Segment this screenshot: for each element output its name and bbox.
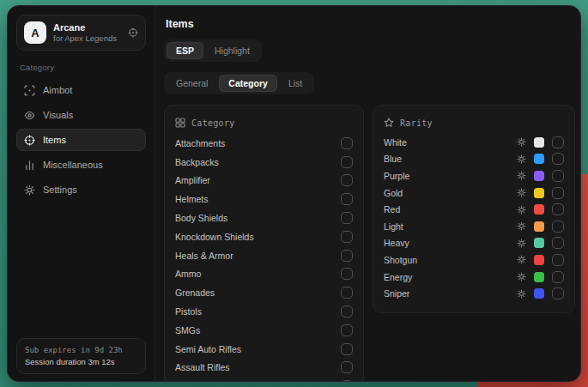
sidebar-item-visuals[interactable]: Visuals xyxy=(16,104,146,126)
category-row-label: Pistols xyxy=(175,306,341,317)
color-swatch[interactable] xyxy=(534,288,544,299)
rarity-checkbox[interactable] xyxy=(552,221,564,233)
rarity-checkbox[interactable] xyxy=(552,271,564,283)
category-checkbox[interactable] xyxy=(341,212,353,224)
gear-icon[interactable] xyxy=(517,221,526,231)
app-name: Arcane xyxy=(53,22,121,33)
sidebar-item-settings[interactable]: Settings xyxy=(16,178,146,201)
color-swatch[interactable] xyxy=(534,204,544,215)
category-list: Attachments Backpacks Amplifier Helmets … xyxy=(175,134,353,382)
rarity-row: Sniper xyxy=(384,285,564,302)
rarity-row: Gold xyxy=(384,184,564,202)
rarity-row: Red xyxy=(384,201,564,218)
category-row: Knockdown Shields xyxy=(175,227,353,246)
rarity-checkbox[interactable] xyxy=(552,237,564,249)
rarity-panel-header: Rarity xyxy=(384,113,564,132)
category-row: Pistols xyxy=(175,302,353,321)
category-row: Heals & Armor xyxy=(175,246,353,265)
sidebar-item-label: Items xyxy=(43,135,66,145)
star-icon xyxy=(384,118,394,128)
gear-icon[interactable] xyxy=(517,239,526,248)
sidebar-item-miscellaneous[interactable]: Miscellaneous xyxy=(16,154,146,176)
gear-icon[interactable] xyxy=(517,272,526,281)
tab-highlight[interactable]: Highlight xyxy=(205,42,259,59)
sidebar-item-label: Visuals xyxy=(43,110,73,120)
category-checkbox[interactable] xyxy=(341,343,353,355)
tab-list[interactable]: List xyxy=(279,75,312,92)
sidebar-item-aimbot[interactable]: Aimbot xyxy=(16,79,146,101)
category-row-label: SMGs xyxy=(175,325,341,336)
rarity-checkbox[interactable] xyxy=(552,187,564,199)
rarity-row: White xyxy=(384,134,564,151)
category-checkbox[interactable] xyxy=(341,137,353,149)
main-content: Items ESPHighlight GeneralCategoryList C… xyxy=(155,6,580,381)
rarity-row-label: White xyxy=(384,137,517,148)
category-row-label: Grenades xyxy=(175,287,341,298)
gear-icon[interactable] xyxy=(517,137,526,147)
rarity-row: Energy xyxy=(384,269,564,286)
category-row: SMGs xyxy=(175,321,353,340)
tab-category[interactable]: Category xyxy=(219,75,277,92)
category-row-label: Attachments xyxy=(175,138,341,148)
color-swatch[interactable] xyxy=(534,238,544,248)
app-subtitle: for Apex Legends xyxy=(53,33,121,44)
rarity-checkbox[interactable] xyxy=(552,254,564,266)
app-meta: Arcane for Apex Legends xyxy=(53,22,121,44)
items-icon xyxy=(24,135,35,146)
rarity-checkbox[interactable] xyxy=(552,153,564,165)
category-checkbox[interactable] xyxy=(341,250,353,262)
color-swatch[interactable] xyxy=(534,137,544,148)
sidebar: A Arcane for Apex Legends Category Aimbo… xyxy=(8,6,155,381)
category-row: Assault Rifles xyxy=(175,359,353,378)
color-swatch[interactable] xyxy=(534,255,544,265)
app-window: A Arcane for Apex Legends Category Aimbo… xyxy=(7,5,581,382)
gear-icon[interactable] xyxy=(517,289,526,299)
category-checkbox[interactable] xyxy=(341,156,353,168)
gear-icon[interactable] xyxy=(517,255,526,264)
category-checkbox[interactable] xyxy=(341,174,353,186)
gear-icon[interactable] xyxy=(517,205,526,215)
category-checkbox[interactable] xyxy=(341,324,353,336)
category-row: Helmets xyxy=(175,190,353,209)
sidebar-item-label: Miscellaneous xyxy=(43,160,103,170)
tab-general[interactable]: General xyxy=(167,75,217,92)
sidebar-item-items[interactable]: Items xyxy=(16,129,146,151)
panels-row: Category Attachments Backpacks Amplifier… xyxy=(164,105,572,382)
mode-tabs: ESPHighlight xyxy=(164,39,262,62)
category-row-label: Helmets xyxy=(175,194,341,204)
color-swatch[interactable] xyxy=(534,154,544,164)
category-checkbox[interactable] xyxy=(341,287,353,299)
page-title: Items xyxy=(166,18,572,30)
view-tabs: GeneralCategoryList xyxy=(164,72,314,94)
category-checkbox[interactable] xyxy=(341,268,353,280)
rarity-panel-title: Rarity xyxy=(400,118,433,128)
tab-esp[interactable]: ESP xyxy=(167,42,203,59)
rarity-row-label: Red xyxy=(384,204,517,215)
rarity-row: Blue xyxy=(384,151,564,168)
category-checkbox[interactable] xyxy=(341,305,353,317)
color-swatch[interactable] xyxy=(534,272,544,282)
rarity-row-label: Shotgun xyxy=(384,255,517,265)
rarity-checkbox[interactable] xyxy=(552,170,564,182)
rarity-row-label: Sniper xyxy=(384,288,517,299)
rarity-row: Heavy xyxy=(384,235,564,252)
category-checkbox[interactable] xyxy=(341,361,353,373)
rarity-row-label: Blue xyxy=(384,154,517,164)
app-logo: A xyxy=(24,21,46,44)
color-swatch[interactable] xyxy=(534,221,544,232)
rarity-checkbox[interactable] xyxy=(552,203,564,215)
gear-icon[interactable] xyxy=(517,154,526,164)
category-checkbox[interactable] xyxy=(341,231,353,243)
category-checkbox[interactable] xyxy=(341,193,353,205)
color-swatch[interactable] xyxy=(534,188,544,198)
color-swatch[interactable] xyxy=(534,171,544,181)
category-row: Grenades xyxy=(175,283,353,302)
category-checkbox[interactable] xyxy=(341,380,353,382)
rarity-checkbox[interactable] xyxy=(552,136,564,148)
sidebar-nav: Aimbot Visuals Items Miscellaneous Setti… xyxy=(16,79,146,201)
gear-icon[interactable] xyxy=(517,171,526,180)
gear-icon[interactable] xyxy=(517,188,526,197)
rarity-checkbox[interactable] xyxy=(552,287,564,299)
sidebar-section-label: Category xyxy=(20,63,142,72)
crosshair-icon[interactable] xyxy=(128,27,138,38)
